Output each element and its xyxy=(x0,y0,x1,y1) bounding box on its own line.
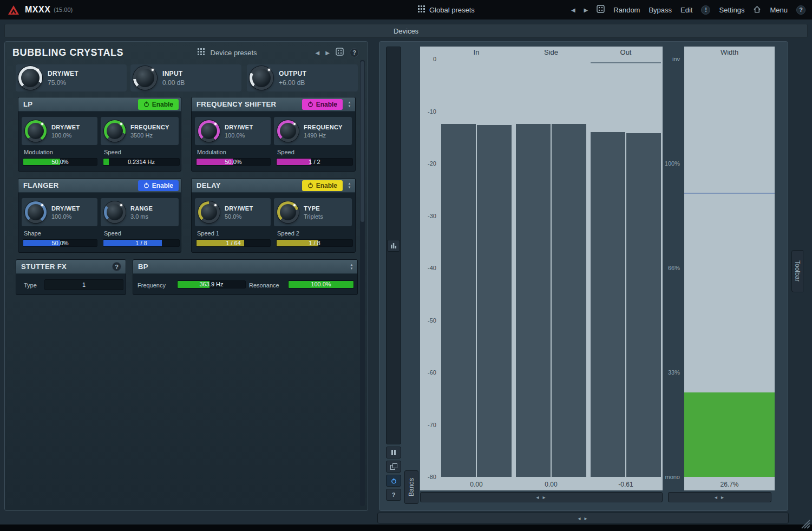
slider-value: 50.0% xyxy=(23,159,97,165)
scroll-arrows-icon[interactable]: ◂ ▸ xyxy=(715,494,725,500)
help-icon[interactable]: ? xyxy=(112,262,121,271)
tab-bands[interactable]: Bands xyxy=(404,470,418,504)
alert-icon[interactable]: ! xyxy=(701,5,710,15)
modulation-slider[interactable]: 50.0% xyxy=(196,158,271,166)
knob-label: DRY/WET xyxy=(225,205,253,212)
drywet-knob[interactable] xyxy=(25,120,47,142)
modulation-slider[interactable]: 50.0% xyxy=(23,158,97,166)
edit-button[interactable]: Edit xyxy=(680,6,692,14)
drywet-knob[interactable] xyxy=(198,120,220,142)
spin-up-icon[interactable]: ▲ xyxy=(348,101,351,104)
enable-button[interactable]: Enable xyxy=(302,180,343,191)
spin-down-icon[interactable]: ▼ xyxy=(348,104,351,108)
dice-icon[interactable] xyxy=(597,5,605,15)
drywet-knob[interactable] xyxy=(18,66,42,90)
enable-label: Enable xyxy=(152,182,173,189)
pause-button[interactable] xyxy=(386,447,401,458)
meter-mode-icon[interactable] xyxy=(387,240,400,252)
module-flanger: FLANGER Enable DRY/WET 100.0% RANGE 3.0 … xyxy=(18,178,181,253)
knob-value: 0.00 dB xyxy=(162,79,185,87)
range-knob[interactable] xyxy=(104,201,126,223)
grid-icon xyxy=(198,48,205,57)
next-preset-arrow[interactable]: ▶ xyxy=(584,7,588,13)
speed2-slider[interactable]: 1 / 8 xyxy=(276,239,353,247)
frequency-knob[interactable] xyxy=(277,120,299,142)
drywet-knob[interactable] xyxy=(25,201,47,223)
slider-value: 1 / 8 xyxy=(277,240,352,246)
knob-label: DRY/WET xyxy=(225,124,253,130)
resize-grip[interactable] xyxy=(800,518,810,531)
spin-down-icon[interactable]: ▼ xyxy=(350,267,353,270)
multi-view-button[interactable] xyxy=(386,461,401,473)
help-icon[interactable]: ? xyxy=(796,5,806,15)
module-header: BP ▲ ▼ xyxy=(133,260,357,274)
spin-down-icon[interactable]: ▼ xyxy=(348,186,351,189)
home-icon[interactable] xyxy=(753,5,761,15)
spin-up-icon[interactable]: ▲ xyxy=(350,263,353,266)
speed-slider[interactable]: 1 / 2 xyxy=(276,158,353,166)
melda-logo-icon xyxy=(8,5,19,15)
enable-button[interactable]: Enable xyxy=(138,99,179,110)
device-panel-scrollbar[interactable] xyxy=(360,60,365,506)
meter-help-button[interactable]: ? xyxy=(386,489,401,501)
tab-devices[interactable]: Devices xyxy=(394,27,418,35)
tab-toolbar[interactable]: Toolbar xyxy=(791,250,803,292)
slider-label: Modulation xyxy=(197,149,226,155)
drywet-knob[interactable] xyxy=(198,201,220,223)
module-order-spinner[interactable]: ▲ ▼ xyxy=(346,182,353,189)
app-title: MXXX xyxy=(25,5,50,15)
knob-value: 75.0% xyxy=(48,79,78,87)
mxxx-window: MXXX (15.00) Global presets ◀ ▶ Random B… xyxy=(0,0,812,531)
type-field[interactable]: 1 xyxy=(44,279,123,290)
previous-preset-arrow[interactable]: ◀ xyxy=(571,7,575,13)
output-knob[interactable] xyxy=(250,66,273,90)
side-meter-group: Side 0.00 xyxy=(516,47,586,490)
random-button[interactable]: Random xyxy=(613,6,640,14)
speed-slider[interactable]: 0.2314 Hz xyxy=(103,158,180,166)
module-order-spinner[interactable]: ▲ ▼ xyxy=(346,101,353,108)
scroll-arrows-icon[interactable]: ◂ ▸ xyxy=(536,494,547,500)
type-knob[interactable] xyxy=(277,201,299,223)
app-version: (15.00) xyxy=(54,6,73,13)
slider-label: Speed xyxy=(104,149,121,155)
scroll-arrows-icon[interactable]: ◂ ▸ xyxy=(578,515,588,521)
power-icon xyxy=(391,478,397,484)
global-presets-button[interactable]: Global presets xyxy=(429,6,475,14)
speed1-slider[interactable]: 1 / 64 xyxy=(196,239,271,247)
resonance-slider[interactable]: 100.0% xyxy=(288,280,354,289)
knob-group: FREQUENCY 3500 Hz xyxy=(101,117,179,145)
menu-button[interactable]: Menu xyxy=(770,6,788,14)
enable-button[interactable]: Enable xyxy=(302,99,343,110)
knob-value: Triplets xyxy=(304,213,323,220)
slider-label: Speed xyxy=(277,149,294,155)
slider-label: Speed 2 xyxy=(277,230,299,237)
shape-slider[interactable]: 50.0% xyxy=(23,239,97,247)
frequency-knob[interactable] xyxy=(104,120,126,142)
speed-slider[interactable]: 1 / 8 xyxy=(103,239,180,247)
bypass-button[interactable]: Bypass xyxy=(649,6,672,14)
knob-label: FREQUENCY xyxy=(304,124,343,130)
type-label: Type xyxy=(24,282,37,289)
module-title: FLANGER xyxy=(23,181,135,189)
width-h-scrollbar[interactable]: ◂ ▸ xyxy=(668,492,771,502)
knob-value: 3.0 ms xyxy=(130,213,153,220)
spin-up-icon[interactable]: ▲ xyxy=(348,182,351,185)
meter-panel: ? Bands 0 -10 -20 -30 -40 -50 -60 -70 -8… xyxy=(379,41,788,511)
previous-device-preset-arrow[interactable]: ◀ xyxy=(316,50,320,56)
input-knob[interactable] xyxy=(133,66,157,90)
meters-h-scrollbar[interactable]: ◂ ▸ xyxy=(420,492,663,502)
frequency-slider[interactable]: 363.9 Hz xyxy=(177,280,246,289)
device-presets-button[interactable]: Device presets xyxy=(211,49,257,57)
meter-power-button[interactable] xyxy=(386,475,401,487)
help-icon[interactable]: ? xyxy=(350,48,359,57)
settings-button[interactable]: Settings xyxy=(719,6,744,14)
dice-icon[interactable] xyxy=(336,48,344,58)
width-bar xyxy=(684,392,775,477)
enable-button[interactable]: Enable xyxy=(138,180,179,191)
side-meter xyxy=(516,59,586,477)
bottom-h-scrollbar[interactable]: ◂ ▸ xyxy=(377,513,789,523)
knob-value: 50.0% xyxy=(225,213,253,220)
module-order-spinner[interactable]: ▲ ▼ xyxy=(348,263,355,270)
slider-value: 50.0% xyxy=(23,240,97,246)
next-device-preset-arrow[interactable]: ▶ xyxy=(325,50,330,56)
